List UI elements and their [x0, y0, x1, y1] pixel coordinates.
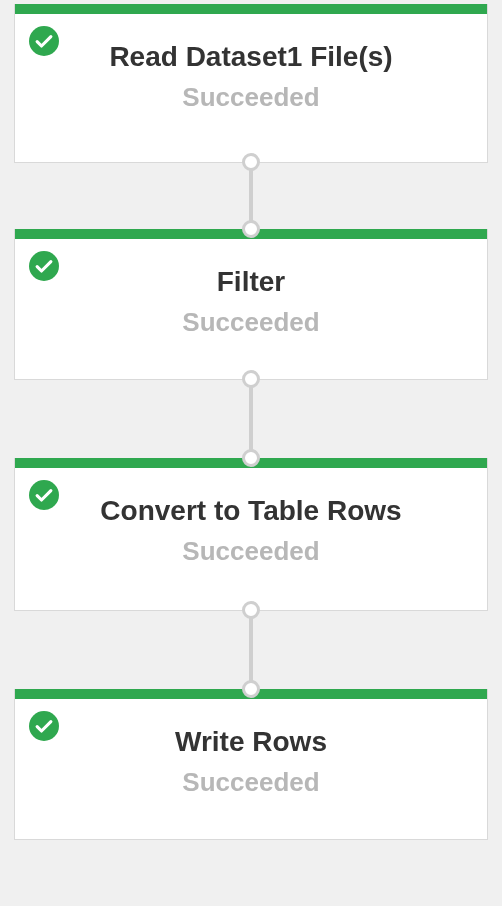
pipeline-canvas: Read Dataset1 File(s) Succeeded Filter S…: [0, 0, 502, 906]
node-output-port[interactable]: [242, 370, 260, 388]
node-status-label: Succeeded: [35, 307, 467, 338]
check-circle-icon: [29, 480, 59, 510]
node-title: Convert to Table Rows: [35, 494, 467, 528]
svg-point-0: [29, 26, 59, 56]
node-input-port[interactable]: [242, 680, 260, 698]
node-input-port[interactable]: [242, 449, 260, 467]
pipeline-node[interactable]: Filter Succeeded: [14, 229, 488, 380]
node-body: Convert to Table Rows Succeeded: [15, 468, 487, 610]
check-circle-icon: [29, 26, 59, 56]
node-input-port[interactable]: [242, 220, 260, 238]
node-output-port[interactable]: [242, 153, 260, 171]
node-title: Write Rows: [35, 725, 467, 759]
svg-point-1: [29, 251, 59, 281]
node-body: Write Rows Succeeded: [15, 699, 487, 839]
pipeline-node[interactable]: Convert to Table Rows Succeeded: [14, 458, 488, 611]
pipeline-node[interactable]: Write Rows Succeeded: [14, 689, 488, 840]
node-body: Read Dataset1 File(s) Succeeded: [15, 14, 487, 162]
node-status-bar: [15, 4, 487, 14]
node-title: Filter: [35, 265, 467, 299]
pipeline-connector: [249, 611, 253, 689]
node-body: Filter Succeeded: [15, 239, 487, 379]
node-status-label: Succeeded: [35, 536, 467, 567]
check-circle-icon: [29, 711, 59, 741]
check-circle-icon: [29, 251, 59, 281]
svg-point-3: [29, 711, 59, 741]
node-output-port[interactable]: [242, 601, 260, 619]
pipeline-node[interactable]: Read Dataset1 File(s) Succeeded: [14, 4, 488, 163]
node-title: Read Dataset1 File(s): [35, 40, 467, 74]
svg-point-2: [29, 480, 59, 510]
pipeline-connector: [249, 380, 253, 458]
node-status-label: Succeeded: [35, 82, 467, 113]
node-status-label: Succeeded: [35, 767, 467, 798]
